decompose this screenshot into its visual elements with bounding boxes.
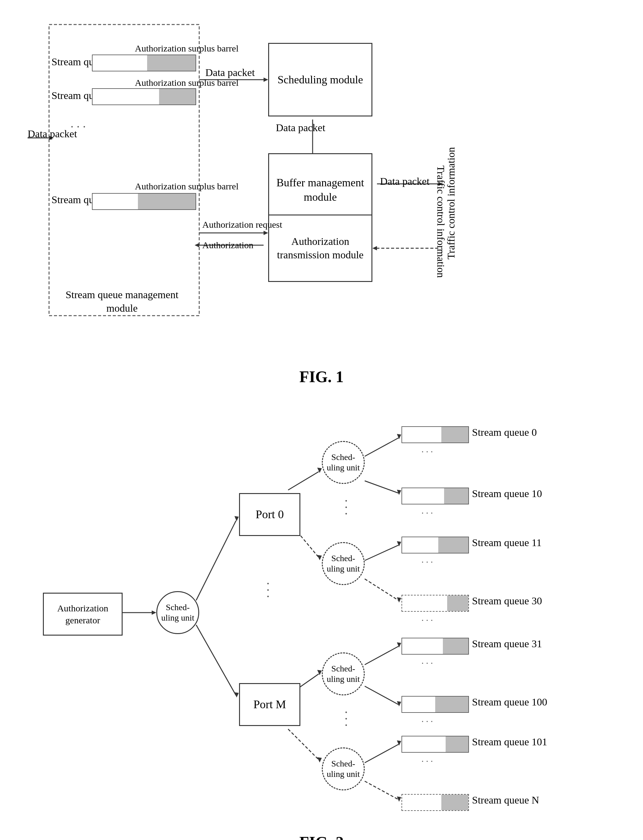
- fig1-caption: FIG. 1: [24, 368, 619, 386]
- auth-surplus-barrel-1-label: Authorization surplus barrel: [135, 43, 238, 54]
- svg-marker-16: [152, 610, 156, 615]
- svg-marker-34: [397, 541, 401, 546]
- svg-line-37: [365, 646, 398, 665]
- svg-marker-36: [397, 597, 401, 602]
- svg-marker-32: [397, 490, 401, 495]
- svg-marker-24: [317, 555, 322, 560]
- scheduling-unit-3: Sched- uling unit: [322, 747, 365, 790]
- stream-queue-31-label: Stream queue 31: [472, 637, 542, 651]
- stream-queue-10-label: Stream queue 10: [472, 487, 542, 501]
- svg-marker-30: [397, 434, 401, 439]
- svg-marker-22: [317, 468, 322, 473]
- svg-line-43: [365, 781, 398, 799]
- stream-queue-mgmt-label: Stream queue management module: [52, 288, 193, 315]
- svg-marker-4: [264, 78, 268, 82]
- scheduling-unit-0: Sched- uling unit: [322, 441, 365, 484]
- authorization-label: Authorization: [202, 239, 253, 251]
- scheduling-module-box: Scheduling module: [268, 43, 372, 116]
- stream-queue-30-label: Stream queue 30: [472, 594, 542, 608]
- svg-marker-20: [235, 692, 239, 698]
- scheduling-unit-2: Sched- uling unit: [322, 652, 365, 695]
- port-0-box: Port 0: [239, 493, 300, 536]
- svg-marker-42: [397, 741, 401, 745]
- auth-request-label: Authorization request: [202, 219, 282, 230]
- auth-surplus-barrel-N-label: Authorization surplus barrel: [135, 181, 238, 192]
- svg-line-29: [365, 438, 398, 456]
- svg-marker-28: [317, 757, 322, 762]
- scheduling-unit-main: Sched- uling unit: [156, 591, 199, 634]
- data-packet-output-label: Data packet: [380, 175, 429, 188]
- stream-queue-N-label: Stream queue N: [472, 793, 539, 807]
- svg-marker-44: [397, 796, 401, 802]
- data-packet-input-label: Data packet: [28, 127, 77, 141]
- svg-line-33: [365, 545, 398, 561]
- stream-queue-101-label: Stream queue 101: [472, 735, 547, 749]
- data-packet-arrow2-label: Data packet: [276, 121, 325, 135]
- svg-line-41: [365, 744, 398, 763]
- stream-queue-11-label: Stream queue 11: [472, 536, 542, 550]
- svg-line-19: [196, 625, 236, 695]
- svg-marker-18: [235, 516, 239, 521]
- svg-marker-38: [397, 642, 401, 648]
- data-packet-arrow1-label: Data packet: [206, 66, 255, 79]
- traffic-control-info-label: Traffic control information: [444, 147, 458, 259]
- stream-queue-100-label: Stream queue 100: [472, 695, 547, 709]
- svg-line-31: [365, 481, 398, 493]
- svg-line-35: [365, 579, 398, 600]
- svg-marker-14: [194, 243, 199, 247]
- svg-marker-40: [397, 701, 401, 706]
- svg-marker-10: [372, 246, 377, 250]
- svg-line-39: [365, 686, 398, 705]
- auth-transmission-box: Authorization transmission module: [268, 215, 372, 282]
- svg-marker-12: [264, 231, 268, 235]
- auth-generator-box: Authorization generator: [43, 593, 122, 636]
- fig2-diagram: Authorization generator Sched- uling uni…: [24, 404, 619, 827]
- fig1-diagram: Data packet Stream queue 1 Authorization…: [24, 18, 619, 356]
- svg-line-21: [288, 471, 319, 490]
- stream-queue-0-label: Stream queue 0: [472, 426, 537, 439]
- port-M-box: Port M: [239, 683, 300, 726]
- svg-marker-26: [317, 670, 322, 675]
- scheduling-unit-1: Sched- uling unit: [322, 542, 365, 585]
- fig2-caption: FIG. 2: [24, 833, 619, 840]
- svg-line-17: [196, 521, 236, 600]
- page: Data packet Stream queue 1 Authorization…: [0, 0, 643, 840]
- svg-line-27: [288, 729, 319, 760]
